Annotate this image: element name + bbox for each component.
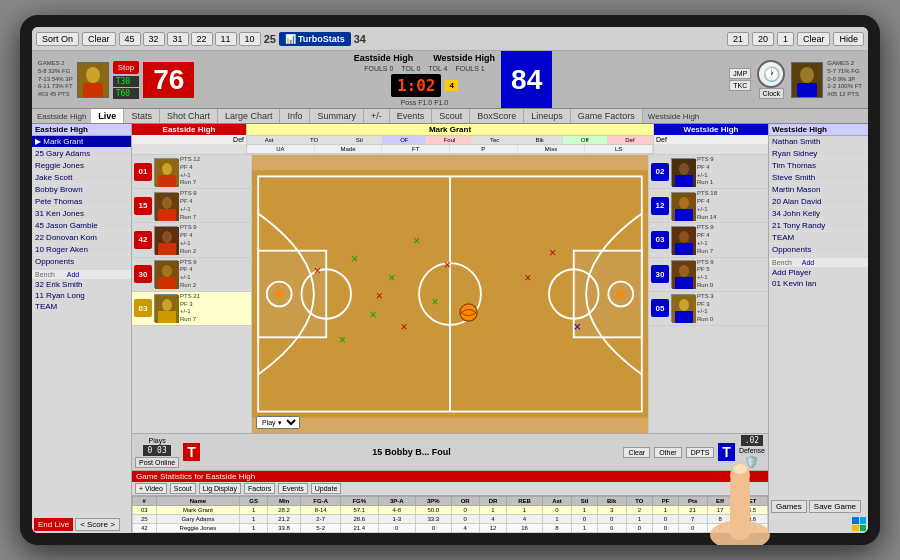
stats-row-gary-adams: 25 Gary Adams 1 21.2 2-7 28.6 1-3 33.3 0… bbox=[133, 515, 768, 524]
sidebar-player-opponents[interactable]: Opponents bbox=[32, 256, 131, 268]
end-live-button[interactable]: End Live bbox=[34, 518, 73, 531]
tab-events[interactable]: Events bbox=[390, 109, 433, 123]
add-player-left-btn[interactable]: Add bbox=[67, 271, 79, 278]
stats-scout-btn[interactable]: Scout bbox=[170, 483, 196, 494]
svg-point-38 bbox=[679, 197, 689, 209]
jmp-button[interactable]: JMP bbox=[729, 68, 751, 79]
stats-video-btn[interactable]: + Video bbox=[135, 483, 167, 494]
row-rj-fgp: 21.4 bbox=[340, 524, 378, 533]
bench-player-team[interactable]: TEAM bbox=[32, 301, 131, 312]
ryan-sidney-stats: PTS 18PF 4+/-1Run 14 bbox=[697, 190, 717, 221]
dpts-button[interactable]: DPTS bbox=[686, 447, 715, 458]
sort-on-button[interactable]: Sort On bbox=[36, 32, 79, 46]
other-button[interactable]: Other bbox=[654, 447, 682, 458]
sidebar-player-pete-thomas[interactable]: Pete Thomas bbox=[32, 196, 131, 208]
stats-factors-btn[interactable]: Factors bbox=[244, 483, 275, 494]
row-rj-pts: 0 bbox=[678, 524, 707, 533]
clear-action-button[interactable]: Clear bbox=[623, 447, 650, 458]
bench-player-erik-smith[interactable]: 32 Erik Smith bbox=[32, 279, 131, 290]
rs-player-team[interactable]: TEAM bbox=[769, 232, 868, 244]
games-button[interactable]: Games bbox=[771, 500, 807, 513]
svg-point-10 bbox=[162, 197, 172, 209]
play-select[interactable]: Play ▾ bbox=[256, 416, 300, 429]
jmp-tkc-buttons: JMP TKC bbox=[729, 68, 751, 91]
rs-bench-kevin-ian[interactable]: 01 Kevin Ian bbox=[769, 278, 868, 289]
shot-miss-4: × bbox=[314, 264, 321, 278]
player-card-nathan-smith: 02 PTS 9PF 4+/-1Run 1 bbox=[649, 155, 768, 189]
player-card-bobby-brown: 15 PTS 9PF 4+/-1Run 7 bbox=[132, 189, 251, 223]
tkc-button[interactable]: TKC bbox=[729, 80, 751, 91]
bobby-brown-stats: PTS 9PF 4+/-1Run 7 bbox=[180, 190, 197, 221]
pete-thomas-stats: PTS 9PF 4+/-1Run 2 bbox=[180, 259, 197, 290]
stats-events-btn[interactable]: Events bbox=[278, 483, 307, 494]
score-btn-45[interactable]: 45 bbox=[119, 32, 141, 46]
sidebar-player-jason-gamble[interactable]: 45 Jason Gamble bbox=[32, 220, 131, 232]
tab-plus-minus[interactable]: +/- bbox=[364, 109, 390, 123]
tab-live[interactable]: Live bbox=[91, 109, 124, 123]
right-sidebar: Westside High Nathan Smith Ryan Sidney T… bbox=[768, 124, 868, 533]
row-mg-tpa: 4-8 bbox=[378, 506, 416, 515]
home-tol: TOL 0 bbox=[401, 65, 420, 72]
sidebar-player-mark-grant[interactable]: ▶ Mark Grant bbox=[32, 136, 131, 148]
score-btn-22[interactable]: 22 bbox=[191, 32, 213, 46]
bench-player-ryan-long[interactable]: 11 Ryan Long bbox=[32, 290, 131, 301]
row-mg-tpp: 50.0 bbox=[416, 506, 452, 515]
quarter-label: 4 bbox=[445, 80, 457, 91]
sidebar-player-gary-adams[interactable]: 25 Gary Adams bbox=[32, 148, 131, 160]
tablet-device: Sort On Clear 45 32 31 22 11 10 25 📊 Tur… bbox=[20, 15, 880, 545]
rs-player-steve-smith[interactable]: Steve Smith bbox=[769, 172, 868, 184]
score-btn-11[interactable]: 11 bbox=[215, 32, 237, 46]
win-quadrant-2 bbox=[860, 517, 867, 524]
stats-lig-btn[interactable]: Lig Display bbox=[199, 483, 241, 494]
shot-miss-r1: × bbox=[524, 271, 531, 285]
clear-button-2[interactable]: Clear bbox=[797, 32, 831, 46]
tab-info[interactable]: Info bbox=[280, 109, 310, 123]
score-btn-31[interactable]: 31 bbox=[167, 32, 189, 46]
right-btn-1[interactable]: 1 bbox=[777, 32, 794, 46]
sidebar-player-donovan-kom[interactable]: 22 Donovan Kom bbox=[32, 232, 131, 244]
tab-lineups[interactable]: Lineups bbox=[524, 109, 571, 123]
stop-button[interactable]: Stop bbox=[113, 61, 139, 74]
sidebar-player-reggie-jones[interactable]: Reggie Jones bbox=[32, 160, 131, 172]
rs-player-ryan-sidney[interactable]: Ryan Sidney bbox=[769, 148, 868, 160]
tab-game-factors[interactable]: Game Factors bbox=[571, 109, 643, 123]
post-online-button[interactable]: Post Online bbox=[135, 457, 179, 468]
subcol-p: P bbox=[450, 145, 518, 153]
save-game-button[interactable]: Save Game bbox=[809, 500, 861, 513]
sidebar-player-bobby-brown[interactable]: Bobby Brown bbox=[32, 184, 131, 196]
rs-player-tony-randy[interactable]: 21 Tony Randy bbox=[769, 220, 868, 232]
score-btn-10[interactable]: 10 bbox=[239, 32, 261, 46]
row-ga-tpa: 1-3 bbox=[378, 515, 416, 524]
rs-bench-add-player[interactable]: Add Player bbox=[769, 267, 868, 278]
player-name-header: Mark Grant bbox=[247, 124, 653, 136]
clear-button-1[interactable]: Clear bbox=[82, 32, 116, 46]
away-score-display: 34 bbox=[354, 33, 366, 45]
add-player-right-btn[interactable]: Add bbox=[802, 259, 814, 266]
sidebar-player-ken-jones[interactable]: 31 Ken Jones bbox=[32, 208, 131, 220]
player-num-42: 42 bbox=[134, 231, 152, 249]
hide-button[interactable]: Hide bbox=[833, 32, 864, 46]
score-btn-32[interactable]: 32 bbox=[143, 32, 165, 46]
tab-boxscore[interactable]: BoxScore bbox=[470, 109, 524, 123]
tab-scout[interactable]: Scout bbox=[432, 109, 470, 123]
rs-player-tim-thomas[interactable]: Tim Thomas bbox=[769, 160, 868, 172]
rs-player-alan-david[interactable]: 20 Alan David bbox=[769, 196, 868, 208]
sidebar-player-roger-aken[interactable]: 10 Roger Aken bbox=[32, 244, 131, 256]
rs-player-martin-mason[interactable]: Martin Mason bbox=[769, 184, 868, 196]
rs-player-john-kelly[interactable]: 34 John Kelly bbox=[769, 208, 868, 220]
tab-summary[interactable]: Summary bbox=[310, 109, 364, 123]
score-small-button[interactable]: < Score > bbox=[75, 518, 120, 531]
clock-button[interactable]: Clock bbox=[759, 88, 785, 99]
svg-point-16 bbox=[162, 265, 172, 277]
right-btn-20[interactable]: 20 bbox=[752, 32, 774, 46]
sidebar-player-jake-scott[interactable]: Jake Scott bbox=[32, 172, 131, 184]
row-rj-reb: 16 bbox=[507, 524, 543, 533]
stats-update-btn[interactable]: Update bbox=[311, 483, 342, 494]
rs-player-opponents[interactable]: Opponents bbox=[769, 244, 868, 256]
rs-player-nathan-smith[interactable]: Nathan Smith bbox=[769, 136, 868, 148]
right-btn-21[interactable]: 21 bbox=[727, 32, 749, 46]
tab-shot-chart[interactable]: Shot Chart bbox=[160, 109, 218, 123]
martin-mason-photo bbox=[671, 294, 695, 322]
tab-stats[interactable]: Stats bbox=[124, 109, 160, 123]
tab-large-chart[interactable]: Large Chart bbox=[218, 109, 281, 123]
